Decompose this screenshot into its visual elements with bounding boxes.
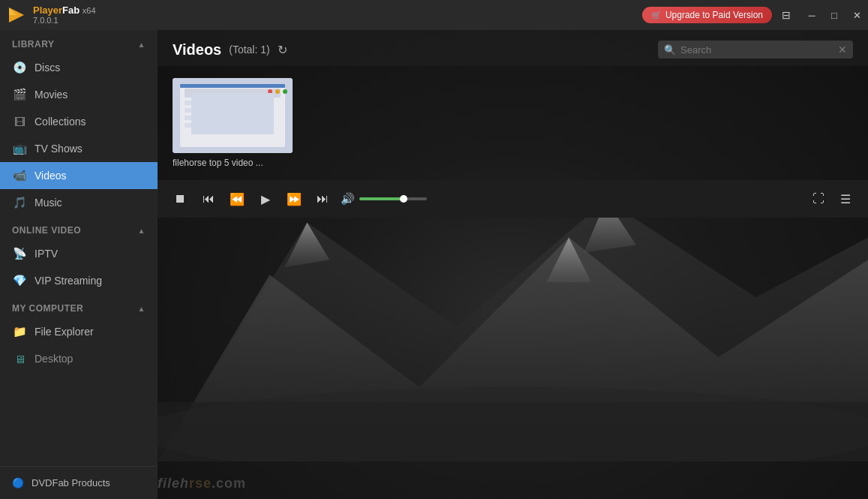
library-section-header: Library ▲ <box>0 30 158 54</box>
svg-rect-13 <box>185 108 260 113</box>
svg-point-17 <box>268 89 272 94</box>
sidebar-item-iptv[interactable]: 📡 IPTV <box>0 240 158 267</box>
sidebar-item-desktop-label: Desktop <box>35 353 73 365</box>
video-card[interactable]: filehorse top 5 video ... <box>173 78 293 168</box>
minimize-button[interactable]: ─ <box>800 4 823 26</box>
dvdfab-icon: 🔵 <box>12 477 24 488</box>
online-video-chevron-icon[interactable]: ▲ <box>138 227 146 235</box>
my-computer-label: My Computer <box>12 303 83 314</box>
app-name: PlayerFab x64 <box>33 5 96 17</box>
previous-button[interactable]: ⏮ <box>198 188 219 209</box>
svg-rect-11 <box>185 89 281 98</box>
content-title-group: Videos (Total: 1) ↻ <box>173 41 287 59</box>
search-box: 🔍 ✕ <box>658 41 853 59</box>
search-icon: 🔍 <box>664 44 676 56</box>
sidebar-bottom: 🔵 DVDFab Products <box>0 466 158 499</box>
sidebar-item-videos[interactable]: 📹 Videos <box>0 162 158 189</box>
video-thumbnail <box>173 78 293 153</box>
fullscreen-button[interactable]: ⛶ <box>808 188 829 209</box>
sidebar-item-file-explorer[interactable]: 📁 File Explorer <box>0 318 158 345</box>
rewind-button[interactable]: ⏪ <box>227 188 248 209</box>
stop-button[interactable]: ⏹ <box>170 188 191 209</box>
sidebar-item-music-label: Music <box>35 197 62 209</box>
sidebar-item-movies-label: Movies <box>35 89 68 101</box>
movie-icon: 🎬 <box>12 87 27 102</box>
search-input[interactable] <box>680 44 833 56</box>
sidebar-item-discs-label: Discs <box>35 62 60 74</box>
app-name-version: PlayerFab x64 7.0.0.1 <box>33 5 96 26</box>
svg-rect-15 <box>185 123 252 128</box>
sidebar-item-discs[interactable]: 💿 Discs <box>0 54 158 81</box>
library-chevron-icon[interactable]: ▲ <box>138 41 146 49</box>
vip-icon: 💎 <box>12 273 27 288</box>
title-bar: PlayerFab x64 7.0.0.1 Upgrade to Paid Ve… <box>0 0 868 30</box>
content-area: Videos (Total: 1) ↻ 🔍 ✕ <box>158 30 868 499</box>
volume-thumb <box>400 195 407 203</box>
my-computer-section-header: My Computer ▲ <box>0 294 158 318</box>
svg-rect-14 <box>185 116 237 120</box>
sidebar-item-desktop[interactable]: 🖥 Desktop <box>0 345 158 372</box>
app-info: PlayerFab x64 7.0.0.1 <box>6 5 96 26</box>
app-logo-icon <box>6 5 27 26</box>
playlist-button[interactable]: ☰ <box>835 188 856 209</box>
iptv-icon: 📡 <box>12 246 27 261</box>
sidebar-item-vip-streaming[interactable]: 💎 VIP Streaming <box>0 267 158 294</box>
collections-icon: 🎞 <box>12 114 27 129</box>
sidebar-item-file-explorer-label: File Explorer <box>35 326 94 338</box>
dvdfab-products-item[interactable]: 🔵 DVDFab Products <box>0 471 158 494</box>
app-version: 7.0.0.1 <box>33 16 96 26</box>
sidebar-item-videos-label: Videos <box>35 170 67 182</box>
sidebar-item-tv-shows[interactable]: 📺 TV Shows <box>0 135 158 162</box>
refresh-button[interactable]: ↻ <box>278 43 287 57</box>
window-controls: ─ □ ✕ <box>800 4 868 26</box>
online-video-label: Online Video <box>12 225 81 236</box>
sidebar: Library ▲ 💿 Discs 🎬 Movies 🎞 Collections… <box>0 30 158 499</box>
tv-icon: 📺 <box>12 141 27 156</box>
video-title: filehorse top 5 video ... <box>173 158 293 168</box>
content-total: (Total: 1) <box>229 44 269 56</box>
my-computer-chevron-icon[interactable]: ▲ <box>138 305 146 313</box>
next-button[interactable]: ⏭ <box>312 188 333 209</box>
volume-fill <box>359 197 404 200</box>
disc-icon: 💿 <box>12 60 27 75</box>
content-title-text: Videos <box>173 41 221 59</box>
forward-button[interactable]: ⏩ <box>284 188 305 209</box>
title-bar-right: Upgrade to Paid Version ⊟ ─ □ ✕ <box>642 4 868 26</box>
svg-point-18 <box>275 89 280 94</box>
play-button[interactable]: ▶ <box>255 188 276 209</box>
sidebar-item-movies[interactable]: 🎬 Movies <box>0 81 158 108</box>
online-video-section-header: Online Video ▲ <box>0 216 158 240</box>
svg-rect-12 <box>185 101 245 105</box>
filter-button[interactable]: ⊟ <box>775 4 797 26</box>
playback-right-controls: ⛶ ☰ <box>808 188 856 209</box>
video-icon: 📹 <box>12 168 27 183</box>
playback-bar: ⏹ ⏮ ⏪ ▶ ⏩ ⏭ 🔊 ⛶ ☰ <box>158 180 868 218</box>
close-button[interactable]: ✕ <box>845 4 868 26</box>
svg-rect-10 <box>180 84 285 147</box>
sidebar-item-music[interactable]: 🎵 Music <box>0 189 158 216</box>
volume-control: 🔊 <box>341 192 427 206</box>
sidebar-item-collections-label: Collections <box>35 116 86 128</box>
video-grid: filehorse top 5 video ... <box>158 66 868 180</box>
search-clear-button[interactable]: ✕ <box>838 44 847 56</box>
content-header: Videos (Total: 1) ↻ 🔍 ✕ <box>158 30 868 66</box>
dvdfab-products-label: DVDFab Products <box>32 477 110 488</box>
sidebar-item-collections[interactable]: 🎞 Collections <box>0 108 158 135</box>
music-icon: 🎵 <box>12 195 27 210</box>
desktop-icon: 🖥 <box>12 351 27 366</box>
file-explorer-icon: 📁 <box>12 324 27 339</box>
upgrade-button[interactable]: Upgrade to Paid Version <box>642 7 772 23</box>
volume-slider[interactable] <box>359 197 427 200</box>
thumbnail-preview <box>173 78 293 153</box>
sidebar-item-vip-streaming-label: VIP Streaming <box>35 275 102 287</box>
volume-icon: 🔊 <box>341 192 355 206</box>
main-layout: Library ▲ 💿 Discs 🎬 Movies 🎞 Collections… <box>0 30 868 499</box>
sidebar-item-tv-shows-label: TV Shows <box>35 143 83 155</box>
svg-rect-16 <box>180 84 285 88</box>
sidebar-item-iptv-label: IPTV <box>35 248 58 260</box>
library-label: Library <box>12 39 54 50</box>
maximize-button[interactable]: □ <box>823 4 845 26</box>
svg-point-19 <box>283 89 287 94</box>
